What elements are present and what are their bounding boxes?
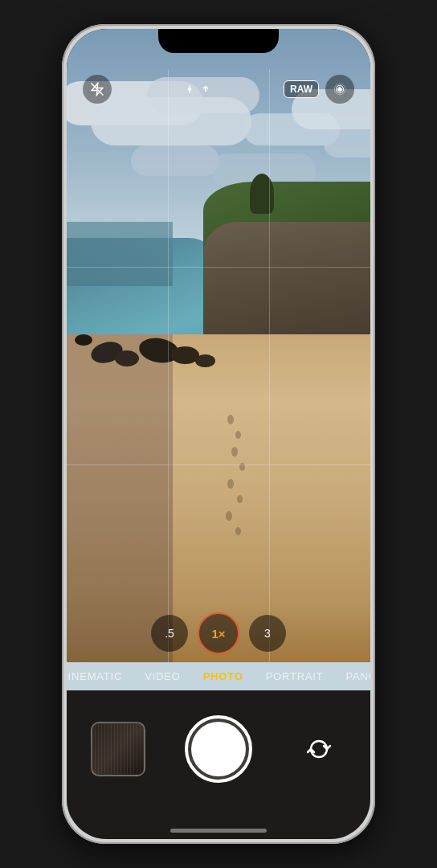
aspect-ratio-toggle[interactable]	[183, 83, 212, 96]
camera-controls	[67, 690, 370, 839]
home-indicator	[170, 829, 267, 833]
zoom-half-button[interactable]: .5	[151, 615, 188, 652]
mode-photo[interactable]: PHOTO	[203, 670, 243, 682]
mode-pano[interactable]: PANO	[346, 670, 370, 682]
live-photo-button[interactable]	[325, 75, 354, 104]
flip-camera-button[interactable]	[292, 722, 346, 776]
zoom-1x-button[interactable]: 1×	[198, 612, 239, 654]
svg-point-1	[338, 88, 342, 92]
zoom-3x-button[interactable]: 3	[249, 615, 286, 652]
thumbnail-preview	[92, 723, 144, 775]
mode-bar: CINEMATIC VIDEO PHOTO PORTRAIT PANO	[67, 661, 370, 690]
shutter-button[interactable]	[185, 715, 252, 783]
photo-thumbnail[interactable]	[91, 722, 145, 776]
mode-portrait[interactable]: PORTRAIT	[266, 670, 324, 682]
water-far	[67, 222, 173, 286]
flash-button[interactable]	[83, 75, 112, 104]
cliff-tree	[250, 174, 274, 214]
mode-video[interactable]: VIDEO	[145, 670, 180, 682]
zoom-controls: .5 1× 3	[151, 612, 286, 654]
top-right-controls: RAW	[284, 75, 354, 104]
shutter-inner	[191, 722, 246, 776]
raw-button[interactable]: RAW	[284, 80, 319, 98]
top-controls: RAW	[67, 69, 370, 109]
phone-frame: RAW .5 1× 3	[62, 24, 375, 844]
phone-screen: RAW .5 1× 3	[67, 29, 370, 839]
mode-cinematic[interactable]: CINEMATIC	[67, 670, 122, 682]
notch	[158, 29, 279, 53]
